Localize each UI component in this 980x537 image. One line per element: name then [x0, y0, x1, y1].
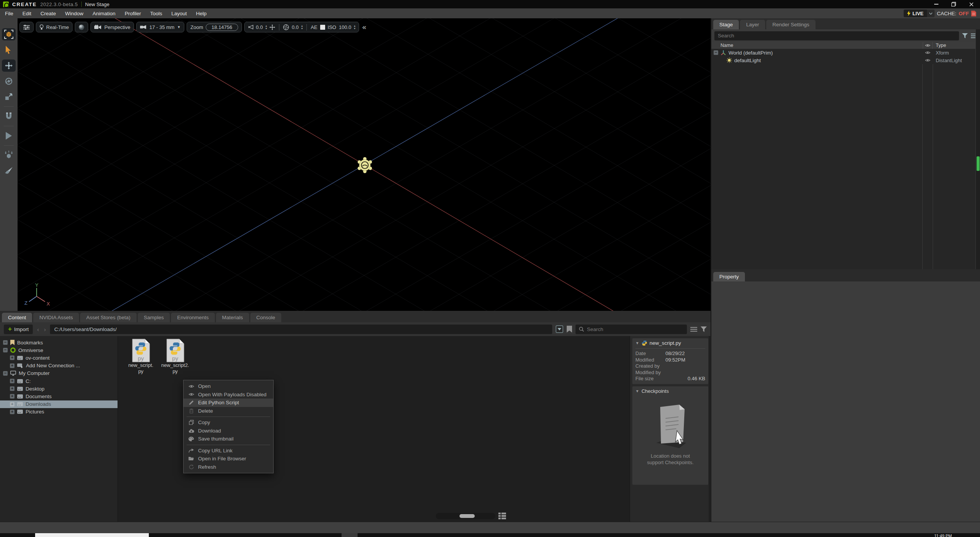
iso-stepper[interactable]: ▴▾: [354, 24, 356, 30]
tree-item-desktop[interactable]: + Desktop: [0, 385, 118, 392]
menu-animation[interactable]: Animation: [93, 11, 116, 16]
menu-create[interactable]: Create: [40, 11, 56, 16]
shading-mode-button[interactable]: [75, 22, 88, 32]
live-button[interactable]: LIVE: [904, 10, 927, 17]
tree-item-ov-content[interactable]: + ov-content: [0, 354, 118, 362]
aperture-value[interactable]: 0.0: [292, 24, 298, 30]
expand-icon[interactable]: +: [10, 394, 15, 399]
lens-select[interactable]: 17 - 35 mm ▼: [136, 22, 184, 32]
collapse-caret-icon[interactable]: ▼: [635, 341, 639, 345]
tab-samples[interactable]: Samples: [138, 313, 170, 322]
iso-value[interactable]: 100.0: [339, 24, 351, 30]
content-filter-icon[interactable]: [701, 326, 707, 332]
play-tool[interactable]: [2, 130, 16, 142]
minimize-button[interactable]: [927, 0, 945, 8]
slider-handle[interactable]: [459, 514, 475, 518]
thumbnail-size-slider[interactable]: [436, 513, 495, 519]
live-dropdown-button[interactable]: [927, 10, 935, 17]
stage-search-input[interactable]: [714, 31, 959, 40]
collapse-icon[interactable]: −: [3, 371, 8, 376]
maximize-button[interactable]: [945, 0, 962, 8]
expand-icon[interactable]: +: [10, 355, 15, 360]
expand-icon[interactable]: +: [10, 379, 15, 383]
file-new-script[interactable]: py new_script. py: [122, 339, 159, 375]
tilt-value[interactable]: 0.0: [256, 24, 263, 30]
import-button[interactable]: + Import: [4, 325, 33, 334]
tree-item-downloads[interactable]: + Downloads: [0, 400, 118, 408]
taskbar-search-segment[interactable]: [35, 533, 149, 537]
visibility-toggle[interactable]: [923, 51, 933, 55]
menu-item-refresh[interactable]: Refresh: [184, 463, 273, 471]
stage-scrollbar[interactable]: [975, 29, 980, 269]
tree-item-add-connection[interactable]: + Add New Connection ...: [0, 362, 118, 370]
path-input[interactable]: [50, 325, 552, 334]
render-mode-button[interactable]: Real-Time: [36, 22, 73, 32]
scale-tool[interactable]: [2, 91, 16, 103]
filter-icon[interactable]: [962, 33, 968, 39]
tab-layer[interactable]: Layer: [740, 20, 765, 29]
physics-drop-tool[interactable]: [2, 149, 16, 161]
tab-property[interactable]: Property: [713, 272, 745, 281]
zoom-value-field[interactable]: 18.14756: [206, 24, 238, 31]
menu-tools[interactable]: Tools: [150, 11, 162, 16]
collapse-icon[interactable]: −: [3, 348, 8, 352]
tab-render-settings[interactable]: Render Settings: [766, 20, 816, 29]
stage-row-defaultlight[interactable]: defaultLight DistantLight: [711, 56, 980, 64]
visibility-toggle[interactable]: [923, 58, 933, 62]
move-tool[interactable]: [2, 59, 16, 72]
menu-help[interactable]: Help: [196, 11, 206, 16]
expand-icon[interactable]: +: [10, 363, 15, 368]
viewport[interactable]: Real-Time Perspective 17 - 35 mm ▼ Zoom …: [18, 18, 711, 311]
paint-tool[interactable]: [2, 165, 16, 177]
column-type[interactable]: Type: [933, 43, 980, 48]
menu-item-download[interactable]: Download: [184, 427, 273, 435]
tilt-stepper[interactable]: ▴▾: [266, 24, 267, 30]
menu-item-copy[interactable]: Copy: [184, 418, 273, 427]
tree-item-documents[interactable]: + Documents: [0, 392, 118, 400]
details-scrollbar[interactable]: [709, 336, 711, 522]
menu-window[interactable]: Window: [65, 11, 84, 16]
tab-console[interactable]: Console: [250, 313, 282, 322]
grid-view-toggle-icon[interactable]: [498, 513, 506, 519]
menu-edit[interactable]: Edit: [23, 11, 31, 16]
collapse-caret-icon[interactable]: ▼: [635, 389, 639, 393]
tree-item-bookmarks[interactable]: − Bookmarks: [0, 339, 118, 346]
forward-button[interactable]: ›: [43, 326, 47, 333]
menu-layout[interactable]: Layout: [171, 11, 187, 16]
menu-item-open-in-file-browser[interactable]: Open in File Browser: [184, 455, 273, 463]
menu-profiler[interactable]: Profiler: [125, 11, 141, 16]
tree-item-pictures[interactable]: + Pictures: [0, 408, 118, 416]
tab-asset-stores[interactable]: Asset Stores (beta): [80, 313, 137, 322]
list-options-icon[interactable]: [690, 327, 697, 332]
close-button[interactable]: [962, 0, 980, 8]
tree-item-omniverse[interactable]: − Omniverse: [0, 346, 118, 354]
toolbar-collapse-button[interactable]: «: [361, 22, 366, 32]
collapse-icon[interactable]: −: [714, 50, 718, 55]
stage-row-world[interactable]: − World (defaultPrim) Xform: [711, 49, 980, 56]
ae-checkbox[interactable]: [320, 25, 325, 30]
menu-item-open-payloads-disabled[interactable]: Open With Payloads Disabled: [184, 391, 273, 399]
menu-item-save-thumbnail[interactable]: Save thumbnail: [184, 435, 273, 443]
taskbar-segment[interactable]: [342, 533, 358, 537]
snap-tool[interactable]: [2, 110, 16, 122]
rotate-tool[interactable]: [2, 75, 16, 87]
content-search-input[interactable]: [587, 326, 683, 332]
tree-item-my-computer[interactable]: − My Computer: [0, 370, 118, 377]
column-visibility[interactable]: [923, 42, 933, 49]
menu-item-open[interactable]: Open: [184, 382, 273, 391]
aperture-stepper[interactable]: ▴▾: [301, 24, 303, 30]
menu-file[interactable]: File: [5, 11, 13, 16]
tab-nvidia-assets[interactable]: NVIDIA Assets: [33, 313, 79, 322]
distant-light-gizmo[interactable]: [356, 156, 374, 174]
pan-crosshair-icon[interactable]: [269, 24, 275, 30]
tab-content[interactable]: Content: [2, 313, 32, 322]
file-new-script2[interactable]: py new_script2. py: [157, 339, 193, 375]
collapse-icon[interactable]: −: [3, 340, 8, 345]
expand-icon[interactable]: +: [10, 410, 15, 414]
tab-materials[interactable]: Materials: [216, 313, 249, 322]
tree-item-c-drive[interactable]: + C:: [0, 377, 118, 385]
stage-tree-empty-area[interactable]: [711, 64, 980, 269]
bookmark-icon[interactable]: [567, 326, 572, 333]
tab-environments[interactable]: Environments: [171, 313, 215, 322]
viewport-settings-button[interactable]: [19, 22, 34, 32]
